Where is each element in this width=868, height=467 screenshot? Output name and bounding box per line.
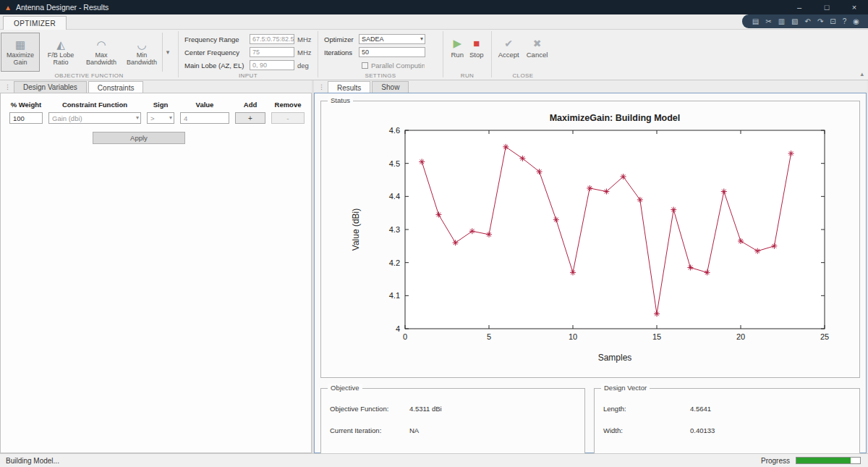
progress-area: Progress <box>761 457 861 465</box>
main-lobe-input[interactable]: 0, 90 <box>250 60 294 70</box>
collapse-ribbon-icon[interactable]: ▴ <box>860 70 864 77</box>
group-objective-function: ▦ Maximize Gain ◭ F/B Lobe Ratio ◠ Max B… <box>0 30 178 80</box>
layout-icon[interactable]: ⊡ <box>830 18 835 25</box>
constraint-value-input[interactable]: 4 <box>180 112 229 124</box>
svg-text:20: 20 <box>736 332 745 341</box>
parallel-computing-label: Parallel Computing <box>371 62 425 70</box>
svg-text:5: 5 <box>487 332 491 341</box>
ribbon: ▦ Maximize Gain ◭ F/B Lobe Ratio ◠ Max B… <box>0 30 868 80</box>
app-icon: ▲ <box>4 4 12 12</box>
maximize-icon[interactable]: □ <box>813 0 841 14</box>
main-area: ⋮ Design Variables Constraints % Weight … <box>0 80 868 453</box>
objective-group-label: OBJECTIVE FUNCTION <box>0 72 178 79</box>
frequency-range-input[interactable]: 67.5:0.75:82.5 <box>250 34 294 44</box>
svg-text:4.6: 4.6 <box>389 126 400 135</box>
title-bar: ▲ Antenna Designer - Results – □ × <box>0 0 868 14</box>
run-icon: ▶ <box>453 38 461 49</box>
close-group-label: CLOSE <box>492 72 554 79</box>
optimizer-select[interactable]: SADEA ▾ <box>359 34 425 44</box>
maximize-gain-button[interactable]: ▦ Maximize Gain <box>1 33 40 72</box>
svg-text:25: 25 <box>820 332 829 341</box>
sign-select[interactable]: > ▾ <box>147 112 174 124</box>
group-close: ✔ Accept ✖ Cancel CLOSE <box>492 30 554 80</box>
min-bandwidth-icon: ◡ <box>137 39 146 50</box>
settings-group-label: SETTINGS <box>318 72 443 79</box>
svg-text:4.5: 4.5 <box>389 159 400 168</box>
objective-groupbox: Objective Objective Function: 4.5311 dBi… <box>320 388 585 456</box>
sign-value: > <box>150 114 155 122</box>
right-panel-tabs: ⋮ Results Show <box>314 80 867 93</box>
left-panel: ⋮ Design Variables Constraints % Weight … <box>0 80 312 453</box>
undo-icon[interactable]: ↶ <box>805 18 811 25</box>
add-constraint-button[interactable]: + <box>235 112 265 124</box>
tab-constraints[interactable]: Constraints <box>88 81 144 93</box>
weight-input[interactable]: 100 <box>9 112 43 124</box>
resources-icon[interactable]: ◉ <box>853 18 859 25</box>
chevron-down-icon: ▾ <box>169 114 172 121</box>
status-message: Building Model... <box>6 457 59 465</box>
paste-icon[interactable]: ▧ <box>791 18 798 25</box>
status-bar: Building Model... Progress <box>0 453 868 467</box>
header-weight: % Weight <box>9 101 43 109</box>
current-iteration-value: NA <box>409 426 419 434</box>
frequency-range-unit: MHz <box>297 35 312 43</box>
constraint-function-value: Gain (dbi) <box>52 114 82 122</box>
parallel-computing-checkbox[interactable] <box>362 62 368 69</box>
min-bandwidth-button[interactable]: ◡ Min Bandwidth <box>122 33 161 72</box>
copy-icon[interactable]: ▥ <box>778 18 785 25</box>
tab-show[interactable]: Show <box>372 81 409 93</box>
tab-design-variables[interactable]: Design Variables <box>14 81 87 93</box>
design-vector-group-title: Design Vector <box>601 384 650 392</box>
group-input: Frequency Range 67.5:0.75:82.5 MHz Cente… <box>179 30 318 80</box>
tab-optimizer[interactable]: OPTIMIZER <box>3 16 67 30</box>
input-group-label: INPUT <box>179 72 318 79</box>
redo-icon[interactable]: ↷ <box>817 18 823 25</box>
progress-label: Progress <box>761 457 790 465</box>
constraint-function-select[interactable]: Gain (dbi) ▾ <box>48 112 141 124</box>
main-lobe-label: Main Lobe (AZ, EL) <box>184 62 250 70</box>
panel-drag-handle-icon: ⋮ <box>318 83 325 91</box>
save-icon[interactable]: ▤ <box>752 18 759 25</box>
ribbon-tabstrip: OPTIMIZER ▤ ✂ ▥ ▧ ↶ ↷ ⊡ ? ◉ <box>0 14 868 30</box>
svg-text:10: 10 <box>569 332 577 341</box>
progress-bar <box>796 457 861 464</box>
header-add: Add <box>235 101 265 109</box>
max-bandwidth-button[interactable]: ◠ Max Bandwidth <box>82 33 121 72</box>
fb-lobe-ratio-label: F/B Lobe Ratio <box>42 51 80 66</box>
iterations-label: Iterations <box>324 49 359 56</box>
optimizer-label: Optimizer <box>324 35 359 43</box>
apply-button[interactable]: Apply <box>93 132 185 144</box>
svg-text:MaximizeGain: Building Model: MaximizeGain: Building Model <box>550 113 681 123</box>
iterations-input[interactable]: 50 <box>359 47 425 57</box>
right-panel: ⋮ Results Show Status 051015202544.14.24… <box>314 80 867 453</box>
remove-constraint-button[interactable]: - <box>271 112 305 124</box>
minimize-icon[interactable]: – <box>786 0 813 14</box>
help-icon[interactable]: ? <box>843 18 847 25</box>
run-label: Run <box>451 51 464 59</box>
objective-gallery-dropdown[interactable]: ▾ <box>162 33 173 72</box>
center-frequency-label: Center Frequency <box>184 49 250 56</box>
quick-access-toolbar: ▤ ✂ ▥ ▧ ↶ ↷ ⊡ ? ◉ <box>742 14 868 28</box>
min-bandwidth-label: Min Bandwidth <box>123 51 161 66</box>
cancel-x-icon: ✖ <box>533 38 542 49</box>
svg-text:0: 0 <box>403 332 407 341</box>
chart-svg: 051015202544.14.24.34.44.54.6MaximizeGai… <box>341 110 848 368</box>
center-frequency-input[interactable]: 75 <box>250 47 294 57</box>
close-icon[interactable]: × <box>841 0 868 14</box>
objective-function-value: 4.5311 dBi <box>409 405 442 413</box>
window-controls: – □ × <box>786 0 868 14</box>
svg-text:4: 4 <box>396 324 400 333</box>
accept-label: Accept <box>498 51 519 59</box>
objective-group-title: Objective <box>328 384 362 392</box>
fb-lobe-ratio-button[interactable]: ◭ F/B Lobe Ratio <box>41 33 80 72</box>
results-pane: Status 051015202544.14.24.34.44.54.6Maxi… <box>314 93 867 453</box>
svg-text:Value (dBi): Value (dBi) <box>351 209 361 251</box>
width-label: Width: <box>603 426 623 434</box>
maximize-gain-label: Maximize Gain <box>1 51 39 66</box>
tab-results[interactable]: Results <box>328 81 370 93</box>
run-group-label: RUN <box>443 72 491 79</box>
left-panel-tabs: ⋮ Design Variables Constraints <box>0 80 312 93</box>
cut-icon[interactable]: ✂ <box>765 18 771 25</box>
group-run: ▶ Run ■ Stop RUN <box>443 30 491 80</box>
accept-check-icon: ✔ <box>504 38 513 49</box>
